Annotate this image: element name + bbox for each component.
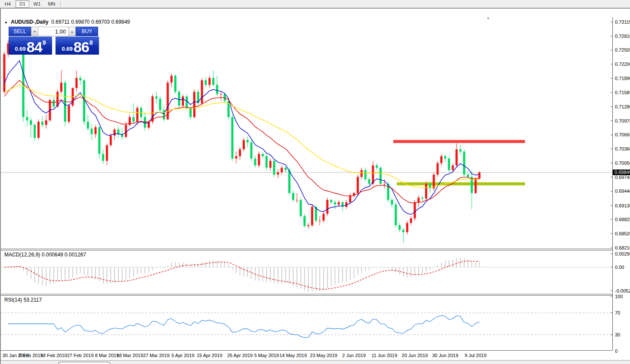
collapse-arrow-icon[interactable]: ▲	[4, 20, 8, 24]
date-tick-label: 5 May 2019	[254, 353, 279, 358]
chart-shift-marker-icon[interactable]: ▼	[486, 16, 490, 21]
date-tick-label: 2 Jun 2019	[342, 353, 365, 358]
price-tick: 0.68210	[615, 245, 630, 250]
price-tick: 0.71890	[615, 76, 630, 81]
buy-price-big: 86	[74, 40, 89, 53]
date-tick-label: 25 Apr 2019	[227, 353, 253, 358]
chart-title: ▲ AUDUSD-,Daily 0.69711 0.69870 0.69703 …	[4, 19, 130, 25]
date-tick-label: 15 Apr 2019	[197, 353, 222, 358]
price-tick: 0.69440	[615, 188, 630, 194]
pane-separator[interactable]	[1, 249, 612, 249]
date-tick-label: 14 May 2019	[279, 353, 307, 358]
price-tick: 0.68825	[615, 217, 630, 222]
sell-price-big: 84	[27, 40, 42, 53]
pane-separator[interactable]	[1, 294, 612, 294]
ohlc-open: 0.69711	[51, 19, 70, 25]
buy-price-panel[interactable]: 0.69 86 8	[56, 37, 99, 55]
buy-price-prefix: 0.69	[62, 45, 73, 53]
price-tick: 0.70360	[615, 146, 630, 151]
period-button-d1[interactable]: D1	[15, 0, 29, 8]
resistance-line[interactable]	[393, 140, 525, 143]
price-tick: 0.73115	[615, 19, 630, 25]
chart-tab-eurchf-weekly[interactable]: EURCHF-,Weekly	[265, 362, 321, 364]
period-button-h4[interactable]: H4	[1, 0, 15, 8]
chart-tab-gbpusd-h1[interactable]: GBPUSD-,H1	[367, 362, 412, 364]
price-tick: 0.72810	[615, 34, 630, 39]
ohlc-low: 0.69703	[91, 19, 110, 25]
ohlc-high: 0.69870	[71, 19, 90, 25]
price-tick: 0.70050	[615, 160, 630, 166]
date-tick-label: 5 Apr 2019	[171, 353, 194, 358]
pane-separator[interactable]	[1, 295, 612, 296]
buy-price-sup: 8	[90, 36, 93, 49]
chart-tab-usdchf-daily[interactable]: USDCHF-,Daily	[111, 362, 161, 364]
rsi-value: 53.2117	[24, 297, 42, 303]
price-tick: 0.72200	[615, 62, 630, 67]
rsi-tick: 100	[615, 294, 623, 299]
chart-symbol: AUDUSD-,Daily	[11, 19, 48, 25]
date-tick-label: 27 Mar 2019	[143, 353, 170, 358]
period-toolbar: H4D1W1MN	[0, 0, 630, 8]
date-tick-label: 8 Mar 2019	[95, 353, 119, 358]
date-tick-label: 23 May 2019	[310, 353, 337, 358]
chart-tab-usdcad-daily[interactable]: USDCAD-,Daily	[162, 362, 213, 364]
date-axis[interactable]: 30 Jan 20198 Feb 201918 Feb 201927 Feb 2…	[1, 351, 612, 360]
chart-tab-xauusd-h1[interactable]: XAUUSD-,H1	[321, 362, 366, 364]
date-tick-label: 27 Feb 2019	[67, 353, 94, 358]
price-axis-border	[612, 17, 613, 350]
price-tick: 0.70665	[615, 132, 630, 137]
macd-tick: 0.00	[615, 265, 624, 270]
price-tick: 0.69745	[615, 175, 630, 180]
macd-tick: 0.002984	[615, 251, 630, 256]
sell-button[interactable]: SELL	[9, 27, 31, 36]
price-tick: 0.69130	[615, 203, 630, 208]
chart-tab-usdcnh-daily[interactable]: USDCNH-,Daily	[213, 362, 264, 364]
price-tick: 0.71585	[615, 90, 630, 95]
date-tick-label: 20 Jun 2019	[402, 353, 428, 358]
chart-tab-audusd-daily[interactable]: AUDUSD-,Daily	[59, 362, 111, 364]
date-tick-label: 8 Feb 2019	[19, 353, 43, 358]
one-click-trading-panel: SELL ▼ ▲ BUY 0.69 84 9 0.69 86 8	[9, 27, 99, 55]
sell-price-panel[interactable]: 0.69 84 9	[9, 37, 52, 55]
buy-button[interactable]: BUY	[76, 27, 98, 36]
date-tick-label: 18 Feb 2019	[40, 353, 67, 358]
chart-window: ▲ AUDUSD-,Daily 0.69711 0.69870 0.69703 …	[0, 8, 630, 364]
chart-tab-ukoil-h1[interactable]: UKOil-,H1	[412, 362, 449, 364]
chart-tab-bar: EURUSD-,DailyAUDUSD-,DailyUSDCHF-,DailyU…	[1, 360, 630, 364]
rsi-label: RSI(14) 53.2117	[4, 297, 42, 303]
mt4-window: H4D1W1MN ▲ AUDUSD-,Daily 0.69711 0.69870…	[0, 0, 630, 364]
support-line[interactable]	[397, 182, 525, 185]
date-tick-label: 30 Jun 2019	[432, 353, 458, 358]
date-tick-label: 11 Jun 2019	[371, 353, 397, 358]
period-button-w1[interactable]: W1	[30, 0, 44, 8]
volume-decrease-button[interactable]: ▼	[31, 27, 38, 36]
chart-canvas[interactable]	[1, 16, 630, 364]
toolbar-separator	[60, 1, 61, 7]
rsi-tick: 30	[615, 332, 620, 337]
date-tick-label: 18 Mar 2019	[117, 353, 143, 358]
ohlc-close: 0.69849	[111, 19, 130, 25]
volume-increase-button[interactable]: ▲	[68, 27, 76, 36]
macd-name: MACD(12,26,9)	[4, 252, 40, 258]
price-tick: 0.71280	[615, 104, 630, 109]
price-tick: 0.70970	[615, 118, 630, 123]
macd-tick: -0.005256	[615, 288, 630, 293]
chart-tab-eurusd-daily[interactable]: EURUSD-,Daily	[7, 362, 58, 364]
date-tick-label: 9 Jul 2019	[465, 353, 487, 358]
current-price-tag: 0.69849	[613, 170, 630, 175]
period-button-mn[interactable]: MN	[45, 0, 59, 8]
pane-separator[interactable]	[1, 250, 612, 250]
macd-values: 0.000649 0.001267	[42, 252, 86, 258]
macd-label: MACD(12,26,9) 0.000649 0.001267	[4, 252, 86, 258]
rsi-tick: 0	[615, 349, 618, 354]
price-tick: 0.72505	[615, 47, 630, 52]
price-tick: 0.68520	[615, 231, 630, 236]
rsi-name: RSI(14)	[4, 297, 22, 303]
volume-input[interactable]	[38, 27, 68, 36]
rsi-tick: 70	[615, 310, 620, 315]
sell-price-sup: 9	[43, 36, 46, 49]
sell-price-prefix: 0.69	[15, 45, 26, 53]
